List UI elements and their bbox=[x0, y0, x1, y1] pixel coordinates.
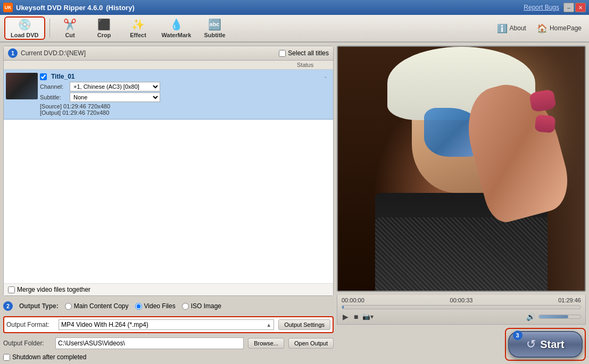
video-controls: 00:00:00 00:00:33 01:29:46 ▶ ■ 📷▾ 🔊 bbox=[337, 295, 586, 325]
watermark-icon: 💧 bbox=[170, 18, 183, 31]
shutdown-label: Shutdown after completed bbox=[12, 353, 86, 361]
source-output-info: [Source] 01:29:46 720x480 [Output] 01:29… bbox=[40, 103, 331, 116]
source-line: [Source] 01:29:46 720x480 bbox=[40, 103, 331, 109]
radio-main-content-input[interactable] bbox=[65, 303, 72, 310]
shutdown-checkbox[interactable] bbox=[3, 354, 10, 361]
radio-iso-image-label: ISO Image bbox=[191, 302, 221, 310]
report-bugs-link[interactable]: Report Bugs bbox=[524, 4, 559, 11]
radio-iso-image: ISO Image bbox=[182, 302, 221, 310]
volume-icon: 🔊 bbox=[526, 312, 535, 321]
title-name: Title_01 bbox=[51, 73, 74, 80]
homepage-icon: 🏠 bbox=[537, 23, 547, 33]
minimize-button[interactable]: – bbox=[563, 3, 574, 12]
watermark-button[interactable]: 💧 WaterMark bbox=[156, 16, 197, 40]
output-folder-label: Output Folder: bbox=[3, 340, 51, 347]
time-current: 00:00:00 bbox=[342, 297, 364, 303]
title-info-top: Title_01 - bbox=[40, 73, 331, 80]
about-button[interactable]: ℹ️ About bbox=[494, 21, 529, 36]
toolbar: 💿 Load DVD ✂️ Cut ⬛ Crop ✨ Effect 💧 Wate… bbox=[0, 15, 589, 43]
homepage-button[interactable]: 🏠 HomePage bbox=[534, 21, 585, 36]
homepage-label: HomePage bbox=[550, 24, 582, 32]
crop-button[interactable]: ⬛ Crop bbox=[88, 16, 120, 40]
channel-label: Channel: bbox=[40, 83, 68, 90]
title-status: - bbox=[325, 73, 331, 80]
left-panel: 1 Current DVD:D:\[NEW] Select all titles… bbox=[3, 46, 334, 361]
app-title: Ukeysoft DVD Ripper 4.6.0 bbox=[16, 4, 103, 12]
radio-video-files-input[interactable] bbox=[135, 303, 142, 310]
output-type-row: 2 Output Type: Main Content Copy Video F… bbox=[3, 299, 334, 313]
clothing-pattern bbox=[375, 217, 548, 291]
thumbnail-preview bbox=[6, 73, 38, 99]
window-controls: – ✕ bbox=[563, 3, 586, 12]
merge-row: Merge video files together bbox=[4, 283, 333, 295]
app-history: (History) bbox=[106, 4, 134, 12]
stop-button[interactable]: ■ bbox=[353, 311, 359, 322]
video-preview bbox=[337, 46, 586, 292]
current-dvd-path: Current DVD:D:\[NEW] bbox=[21, 49, 86, 57]
time-cursor: 00:00:33 bbox=[450, 297, 473, 303]
progress-bar-container[interactable] bbox=[342, 305, 581, 309]
subtitle-select[interactable]: None bbox=[70, 92, 160, 102]
file-list-area: 1 Current DVD:D:\[NEW] Select all titles… bbox=[3, 46, 334, 296]
video-frame bbox=[338, 47, 585, 291]
subtitle-label: Subtitle bbox=[204, 32, 225, 38]
select-all-container: Select all titles bbox=[279, 49, 329, 57]
radio-video-files: Video Files bbox=[135, 302, 176, 310]
load-dvd-icon: 💿 bbox=[18, 18, 31, 31]
title-bar-left: UK Ukeysoft DVD Ripper 4.6.0 (History) bbox=[3, 3, 135, 12]
main-area: 1 Current DVD:D:\[NEW] Select all titles… bbox=[0, 43, 589, 364]
output-line: [Output] 01:29:46 720x480 bbox=[40, 109, 331, 116]
browse-button[interactable]: Browse... bbox=[248, 338, 284, 349]
step-2-badge: 2 bbox=[3, 301, 13, 311]
video-preview-content bbox=[338, 47, 585, 291]
output-settings-button[interactable]: Output Settings bbox=[278, 319, 330, 330]
subtitle-label: Subtitle: bbox=[40, 94, 68, 100]
merge-label: Merge video files together bbox=[17, 286, 90, 293]
shutdown-row: Shutdown after completed bbox=[3, 353, 334, 361]
cut-button[interactable]: ✂️ Cut bbox=[54, 16, 86, 40]
col-info bbox=[212, 62, 297, 68]
channel-select[interactable]: +1, Chinese (AC3) [0x80] bbox=[70, 82, 160, 91]
channel-row: Channel: +1, Chinese (AC3) [0x80] bbox=[40, 82, 331, 91]
effect-button[interactable]: ✨ Effect bbox=[122, 16, 154, 40]
select-all-checkbox[interactable] bbox=[279, 50, 286, 57]
title-checkbox[interactable] bbox=[40, 73, 47, 80]
app-logo: UK bbox=[3, 3, 13, 12]
snapshot-button[interactable]: 📷▾ bbox=[362, 313, 374, 320]
about-icon: ℹ️ bbox=[497, 23, 508, 33]
output-folder-input[interactable] bbox=[55, 337, 244, 349]
title-bar: UK Ukeysoft DVD Ripper 4.6.0 (History) R… bbox=[0, 0, 589, 15]
watermark-label: WaterMark bbox=[162, 32, 192, 38]
radio-video-files-label: Video Files bbox=[144, 302, 176, 310]
subtitle-icon: 🔤 bbox=[208, 18, 221, 31]
load-dvd-button[interactable]: 💿 Load DVD bbox=[4, 16, 45, 40]
output-format-select[interactable]: MP4 Video With H.264 (*.mp4) ▲ bbox=[59, 319, 274, 330]
radio-main-content: Main Content Copy bbox=[65, 302, 129, 310]
effect-icon: ✨ bbox=[131, 18, 145, 31]
start-label: Start bbox=[540, 338, 565, 351]
merge-checkbox[interactable] bbox=[8, 286, 15, 293]
output-format-label: Output Format: bbox=[6, 321, 54, 328]
effect-label: Effect bbox=[130, 32, 146, 38]
close-button[interactable]: ✕ bbox=[575, 3, 586, 12]
toolbar-separator-1 bbox=[49, 19, 50, 38]
radio-main-content-label: Main Content Copy bbox=[74, 302, 129, 310]
bottom-action-row: 3 ↺ Start bbox=[337, 328, 586, 361]
output-type-label: Output Type: bbox=[19, 302, 59, 310]
subtitle-button[interactable]: 🔤 Subtitle bbox=[198, 16, 230, 40]
step-1-badge: 1 bbox=[8, 48, 18, 58]
title-info: Title_01 - Channel: +1, Chinese (AC3) [0… bbox=[40, 71, 333, 118]
start-icon: ↺ bbox=[526, 337, 536, 351]
cut-label: Cut bbox=[65, 32, 74, 38]
controls-row: ▶ ■ 📷▾ 🔊 bbox=[342, 311, 581, 322]
volume-slider[interactable] bbox=[538, 315, 581, 319]
open-output-button[interactable]: Open Output bbox=[288, 338, 334, 349]
crop-icon: ⬛ bbox=[97, 18, 111, 31]
radio-iso-image-input[interactable] bbox=[182, 303, 189, 310]
output-format-value: MP4 Video With H.264 (*.mp4) bbox=[61, 321, 148, 328]
time-total: 01:29:46 bbox=[558, 297, 581, 303]
subtitle-row: Subtitle: None bbox=[40, 92, 331, 102]
file-list-empty bbox=[4, 120, 333, 283]
play-button[interactable]: ▶ bbox=[342, 311, 350, 322]
output-folder-row: Output Folder: Browse... Open Output bbox=[3, 336, 334, 350]
